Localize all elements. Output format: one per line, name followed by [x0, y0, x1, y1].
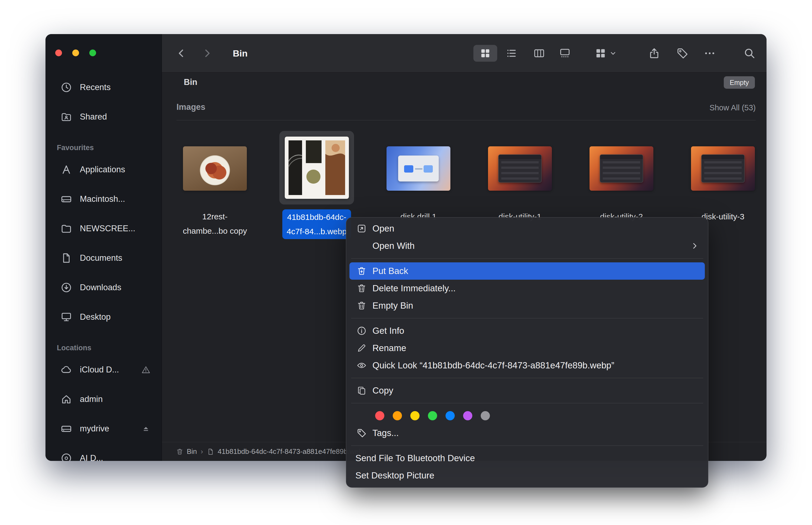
eject-icon[interactable] [141, 424, 151, 434]
menu-item-label: Quick Look “41b81bdb-64dc-4c7f-8473-a881… [373, 360, 614, 371]
toolbar: Bin [162, 34, 767, 73]
menu-item-label: Copy [373, 386, 393, 396]
show-all-button[interactable]: Show All (53) [709, 103, 756, 112]
breadcrumb-file[interactable]: 41b81bdb-64dc-4c7f-8473-a881e47fe89b.web… [207, 447, 366, 456]
column-view-icon [533, 47, 545, 59]
home-icon [60, 393, 72, 405]
menu-item-label: Set Desktop Picture [356, 470, 434, 481]
menu-item-label: Tags... [373, 428, 399, 438]
sidebar-item-downloads[interactable]: Downloads [45, 273, 162, 302]
sidebar-item-label: iCloud D... [80, 365, 119, 375]
menu-item-tags[interactable]: Tags... [346, 424, 708, 442]
tag-purple[interactable] [463, 411, 472, 420]
list-view-icon [506, 47, 518, 59]
tag-red[interactable] [375, 411, 385, 420]
share-button[interactable] [648, 47, 661, 60]
selected-name-highlight: 41b81bdb-64dc- 4c7f-84...b.webp [282, 209, 351, 239]
menu-item-send-bluetooth[interactable]: Send File To Bluetooth Device [346, 450, 708, 467]
breadcrumb-label: Bin [187, 447, 197, 456]
menu-item-label: Rename [373, 343, 406, 353]
tag-green[interactable] [428, 411, 437, 420]
sidebar-item-icloud[interactable]: iCloud D... [45, 355, 162, 384]
document-icon [207, 448, 214, 455]
chevron-down-icon [609, 49, 617, 57]
file-thumbnail [488, 146, 552, 191]
sidebar-item-mydrive[interactable]: mydrive [45, 414, 162, 443]
location-title: Bin [184, 77, 197, 87]
zoom-button[interactable] [89, 49, 96, 56]
menu-separator [351, 446, 703, 446]
menu-separator [351, 378, 703, 378]
sidebar-item-label: Recents [80, 82, 111, 92]
breadcrumb-bin[interactable]: Bin [176, 447, 197, 456]
sidebar-item-label: Macintosh... [80, 194, 125, 204]
forward-button[interactable] [201, 47, 213, 59]
menu-item-rename[interactable]: Rename [346, 340, 708, 357]
sidebar-item-macintosh-hd[interactable]: Macintosh... [45, 184, 162, 214]
chevron-left-icon [175, 47, 187, 59]
file-thumbnail [183, 146, 247, 191]
sidebar-item-shared[interactable]: Shared [45, 102, 162, 132]
sidebar-item-label: AI D... [80, 453, 103, 461]
sidebar-item-documents[interactable]: Documents [45, 243, 162, 273]
file-thumbnail [691, 146, 755, 191]
sidebar-item-desktop[interactable]: Desktop [45, 302, 162, 332]
menu-item-label: Empty Bin [373, 300, 413, 311]
sidebar-item-applications[interactable]: Applications [45, 155, 162, 184]
menu-item-open[interactable]: Open [346, 220, 708, 237]
sidebar-item-label: admin [80, 394, 103, 404]
column-view-button[interactable] [527, 45, 551, 62]
breadcrumb-separator: › [201, 447, 203, 456]
chevron-right-icon [201, 47, 213, 59]
file-item[interactable]: 12rest- chambe...bo copy [166, 131, 264, 247]
more-options-button[interactable] [704, 47, 716, 60]
empty-bin-button[interactable]: Empty [724, 76, 755, 89]
breadcrumb-label: 41b81bdb-64dc-4c7f-8473-a881e47fe89b.web… [218, 447, 366, 456]
menu-item-empty-bin[interactable]: Empty Bin [346, 297, 708, 314]
tags-button[interactable] [676, 47, 688, 60]
sidebar: Recents Shared Favourites Applications M… [45, 34, 162, 461]
sidebar-item-newscreenshots[interactable]: NEWSCREE... [45, 214, 162, 243]
tag-gray[interactable] [481, 411, 490, 420]
sidebar-item-label: Desktop [80, 312, 111, 322]
group-by-button[interactable] [594, 47, 617, 60]
share-icon [648, 47, 661, 60]
menu-item-put-back[interactable]: Put Back [349, 262, 705, 280]
trash-icon [176, 448, 184, 455]
sidebar-item-label: Applications [80, 165, 125, 175]
sidebar-item-label: NEWSCREE... [80, 224, 135, 234]
close-button[interactable] [55, 49, 62, 56]
gallery-view-button[interactable] [553, 45, 577, 62]
menu-item-open-with[interactable]: Open With [346, 237, 708, 255]
search-button[interactable] [743, 47, 756, 60]
menu-item-label: Open With [373, 241, 415, 251]
back-button[interactable] [175, 47, 187, 59]
tag-blue[interactable] [446, 411, 455, 420]
sidebar-item-partial-disk[interactable]: AI D... [45, 443, 162, 461]
tag-yellow[interactable] [410, 411, 420, 420]
download-circle-icon [60, 282, 72, 294]
menu-item-set-desktop-picture[interactable]: Set Desktop Picture [346, 467, 708, 484]
icon-view-button[interactable] [474, 45, 497, 62]
menu-item-label: Get Info [373, 326, 404, 336]
context-menu: Open Open With Put Back Delete Immediate… [346, 217, 708, 488]
sidebar-item-recents[interactable]: Recents [45, 73, 162, 102]
tag-color-row [346, 407, 708, 424]
applications-icon [60, 164, 72, 176]
tag-icon [676, 47, 688, 60]
document-icon [60, 252, 72, 264]
sidebar-section-locations: Locations [45, 332, 162, 355]
tag-orange[interactable] [393, 411, 402, 420]
warning-triangle-icon [141, 365, 151, 375]
minimize-button[interactable] [72, 49, 79, 56]
menu-item-label: Delete Immediately... [373, 283, 456, 294]
menu-item-quick-look[interactable]: Quick Look “41b81bdb-64dc-4c7f-8473-a881… [346, 357, 708, 374]
menu-item-delete-immediately[interactable]: Delete Immediately... [346, 280, 708, 297]
sidebar-item-admin[interactable]: admin [45, 384, 162, 414]
menu-item-copy[interactable]: Copy [346, 382, 708, 399]
menu-item-label: Send File To Bluetooth Device [356, 453, 475, 463]
grid-view-icon [479, 47, 491, 59]
menu-item-get-info[interactable]: Get Info [346, 322, 708, 340]
file-name-line2: chambe...bo copy [183, 226, 247, 235]
list-view-button[interactable] [499, 45, 523, 62]
